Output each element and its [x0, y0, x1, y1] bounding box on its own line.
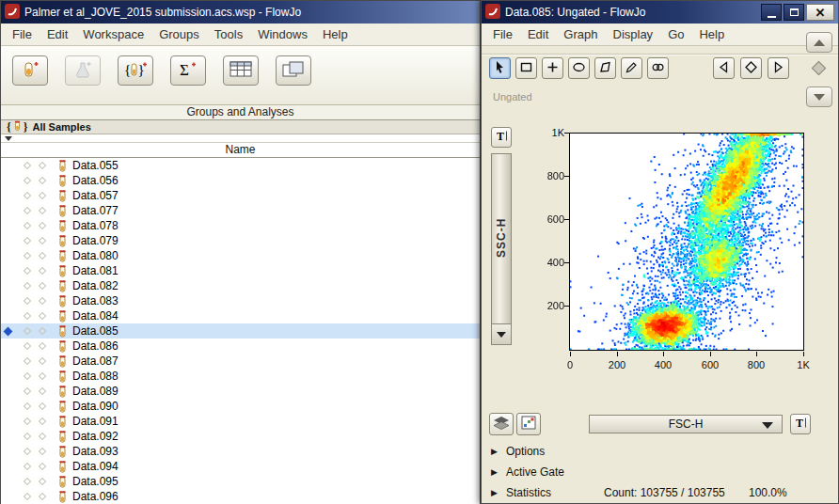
- all-samples-group-row[interactable]: { } All Samples: [1, 120, 480, 134]
- quadrant-gate-button[interactable]: [542, 57, 563, 79]
- sample-row[interactable]: Data.094: [1, 459, 480, 474]
- placeholder-diamond-icon: [24, 237, 31, 244]
- sample-row[interactable]: Data.082: [1, 278, 480, 293]
- rectangle-gate-button[interactable]: [515, 57, 537, 79]
- density-plot-canvas[interactable]: [569, 133, 804, 351]
- placeholder-diamond-icon: [24, 387, 31, 395]
- panel-sections: ▶ Options ▶ Active Gate ▶ Statistics Cou…: [482, 441, 838, 503]
- sample-row[interactable]: Data.055: [1, 158, 480, 173]
- menu-graph[interactable]: Graph: [556, 24, 605, 44]
- y-tick-label: 400: [536, 257, 564, 268]
- menu-groups[interactable]: Groups: [151, 24, 207, 44]
- minimize-button[interactable]: [761, 4, 782, 21]
- add-statistic-button[interactable]: Σ: [170, 55, 206, 86]
- sample-row[interactable]: Data.081: [1, 263, 480, 278]
- event-count-text: Count: 103755 / 103755: [604, 486, 725, 499]
- sample-tube-icon: [57, 250, 68, 262]
- table-icon: [230, 61, 252, 80]
- sample-row[interactable]: Data.085: [1, 323, 480, 339]
- maximize-button[interactable]: [784, 4, 804, 21]
- options-section[interactable]: ▶ Options: [482, 441, 838, 462]
- close-button[interactable]: ✕: [806, 4, 834, 21]
- y-tick-label: 200: [536, 300, 564, 311]
- sort-triangle-icon: [5, 136, 12, 141]
- x-axis-param-dropdown[interactable]: FSC-H: [589, 415, 783, 433]
- select-tool-button[interactable]: [489, 57, 511, 79]
- menu-edit[interactable]: Edit: [40, 24, 75, 44]
- placeholder-diamond-icon: [39, 372, 46, 380]
- x-axis-text-button[interactable]: T: [790, 414, 811, 434]
- table-editor-button[interactable]: [223, 55, 259, 86]
- menu-windows[interactable]: Windows: [250, 24, 315, 44]
- statistics-section[interactable]: ▶ Statistics Count: 103755 / 103755 100.…: [482, 482, 838, 503]
- add-parameter-button[interactable]: [65, 55, 101, 86]
- pencil-gate-button[interactable]: [621, 57, 642, 79]
- disclosure-triangle-icon: ▶: [491, 467, 498, 477]
- sample-row[interactable]: Data.092: [1, 429, 480, 444]
- placeholder-diamond-icon: [24, 342, 31, 350]
- placeholder-diamond-icon: [24, 297, 31, 305]
- layers-button[interactable]: [489, 413, 514, 435]
- placeholder-diamond-icon: [39, 222, 46, 229]
- sample-row[interactable]: Data.084: [1, 308, 480, 323]
- active-gate-section[interactable]: ▶ Active Gate: [482, 462, 838, 482]
- lasso-gate-button[interactable]: [647, 57, 669, 79]
- svg-text:{: {: [124, 62, 131, 77]
- sample-row[interactable]: Data.096: [1, 489, 480, 504]
- current-node-button[interactable]: [740, 57, 762, 79]
- name-column-header[interactable]: Name: [1, 143, 480, 158]
- ellipse-gate-button[interactable]: [568, 57, 590, 79]
- window-title: Palmer et al_JOVE_2015 submission.acs.ws…: [24, 6, 476, 19]
- x-tick-mark: [617, 352, 618, 356]
- layout-editor-button[interactable]: [276, 55, 311, 86]
- graph-titlebar[interactable]: Data.085: Ungated - FlowJo ✕: [482, 1, 838, 24]
- sample-tube-icon: [57, 446, 68, 458]
- menu-help[interactable]: Help: [691, 24, 732, 44]
- sample-row[interactable]: Data.057: [1, 188, 480, 203]
- sample-row[interactable]: Data.086: [1, 339, 480, 354]
- menu-display[interactable]: Display: [606, 24, 661, 44]
- sample-row[interactable]: Data.077: [1, 203, 480, 218]
- tube-plus-icon: [21, 60, 40, 81]
- menu-workspace[interactable]: Workspace: [75, 24, 151, 44]
- placeholder-diamond-icon: [39, 478, 46, 485]
- x-axis-selected-label: FSC-H: [669, 417, 704, 431]
- sample-row[interactable]: Data.088: [1, 369, 480, 384]
- add-group-button[interactable]: {}: [118, 55, 153, 86]
- placeholder-diamond-icon: [24, 282, 31, 290]
- placeholder-diamond-icon: [24, 417, 31, 425]
- sample-row[interactable]: Data.093: [1, 444, 480, 459]
- sample-row[interactable]: Data.089: [1, 384, 480, 399]
- sample-row[interactable]: Data.095: [1, 474, 480, 489]
- sample-row[interactable]: Data.087: [1, 354, 480, 369]
- sample-row[interactable]: Data.078: [1, 218, 480, 233]
- menu-file[interactable]: File: [5, 24, 40, 44]
- sample-row[interactable]: Data.091: [1, 414, 480, 429]
- sample-row[interactable]: Data.083: [1, 293, 480, 308]
- previous-sample-button[interactable]: [806, 32, 832, 53]
- forward-button[interactable]: [768, 57, 789, 79]
- sample-row[interactable]: Data.080: [1, 248, 480, 263]
- workspace-titlebar[interactable]: Palmer et al_JOVE_2015 submission.acs.ws…: [1, 1, 480, 24]
- back-button[interactable]: [713, 57, 735, 79]
- y-axis-text-button[interactable]: T: [491, 127, 512, 148]
- sample-row[interactable]: Data.079: [1, 233, 480, 248]
- name-header-label: Name: [225, 143, 255, 156]
- menu-file[interactable]: File: [485, 24, 520, 44]
- menu-tools[interactable]: Tools: [207, 24, 250, 44]
- y-axis-dropdown-button[interactable]: [492, 323, 511, 344]
- menu-go[interactable]: Go: [660, 24, 691, 44]
- workspace-toolbar: {} Σ: [1, 46, 480, 105]
- polygon-gate-button[interactable]: [594, 57, 616, 79]
- sample-row[interactable]: Data.056: [1, 173, 480, 188]
- menu-edit[interactable]: Edit: [520, 24, 556, 44]
- add-sample-button[interactable]: [12, 55, 48, 86]
- sample-row[interactable]: Data.090: [1, 399, 480, 414]
- next-sample-button[interactable]: [806, 87, 832, 107]
- placeholder-diamond-icon: [39, 387, 46, 395]
- x-tick-label: 1K: [789, 359, 817, 370]
- y-axis-selector[interactable]: SSC-H: [491, 153, 512, 345]
- menu-help[interactable]: Help: [315, 24, 356, 44]
- group-expander-row[interactable]: [1, 134, 480, 143]
- graph-type-button[interactable]: [516, 413, 541, 435]
